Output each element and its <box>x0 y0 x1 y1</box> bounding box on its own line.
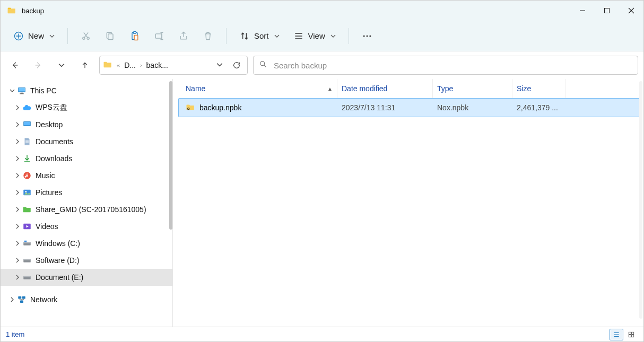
expand-icon[interactable] <box>13 105 22 110</box>
sidebar-scrollbar[interactable] <box>169 81 172 230</box>
tree-label: Network <box>30 295 57 304</box>
tree-label: Videos <box>36 222 58 231</box>
tree-item-drive-e[interactable]: Document (E:) <box>1 269 172 286</box>
expand-icon[interactable] <box>13 156 22 161</box>
vertical-scrollbar[interactable] <box>639 81 642 319</box>
expand-icon[interactable] <box>13 224 22 229</box>
view-label: View <box>308 31 325 40</box>
svg-rect-38 <box>629 335 631 337</box>
monitor-icon <box>16 85 27 96</box>
toolbar-divider <box>67 28 68 44</box>
address-dropdown[interactable] <box>213 61 226 69</box>
svg-rect-29 <box>23 276 31 279</box>
tree-label: This PC <box>30 86 57 95</box>
paste-button[interactable] <box>124 26 145 46</box>
svg-rect-27 <box>23 259 31 262</box>
search-input[interactable] <box>273 60 632 71</box>
column-header-size[interactable]: Size <box>512 79 565 98</box>
tree-item-documents[interactable]: Documents <box>1 133 172 150</box>
back-button[interactable] <box>6 56 24 74</box>
svg-rect-15 <box>19 88 25 92</box>
expand-icon[interactable] <box>13 258 22 263</box>
item-count: 1 item <box>6 330 24 338</box>
tree-item-wps[interactable]: WPS云盘 <box>1 99 172 116</box>
expand-icon[interactable] <box>13 241 22 246</box>
svg-point-2 <box>15 32 23 40</box>
expand-icon[interactable] <box>13 139 22 144</box>
drive-icon <box>22 272 32 283</box>
svg-rect-32 <box>22 296 25 299</box>
tree-item-music[interactable]: Music <box>1 167 172 184</box>
tree-label: Software (D:) <box>36 256 79 265</box>
svg-rect-9 <box>155 33 162 38</box>
address-bar[interactable]: « D... › back... <box>99 56 248 75</box>
rename-button[interactable] <box>149 26 170 46</box>
file-size: 2,461,379 ... <box>512 103 565 112</box>
column-header-row: Name ▲ Date modified Type Size <box>173 79 643 98</box>
refresh-button[interactable] <box>229 61 244 69</box>
expand-icon[interactable] <box>13 275 22 280</box>
tree-item-network[interactable]: Network <box>1 291 172 308</box>
tree-item-videos[interactable]: Videos <box>1 218 172 235</box>
up-button[interactable] <box>76 56 94 74</box>
toolbar: New Sort View <box>1 21 643 51</box>
tree-item-share[interactable]: Share_GMD (SC-201705161005) <box>1 201 172 218</box>
column-header-type[interactable]: Type <box>433 79 512 98</box>
svg-point-20 <box>23 172 31 179</box>
delete-button[interactable] <box>197 26 219 46</box>
column-header-date[interactable]: Date modified <box>337 79 433 98</box>
video-icon <box>22 221 32 232</box>
tree-item-pictures[interactable]: Pictures <box>1 184 172 201</box>
details-view-button[interactable] <box>610 329 623 340</box>
search-box[interactable] <box>253 56 638 75</box>
tree-label: Windows (C:) <box>36 239 80 248</box>
desktop-icon <box>22 119 32 130</box>
expand-icon[interactable] <box>13 207 22 212</box>
tree-label: Documents <box>36 137 73 146</box>
sort-indicator-icon: ▲ <box>327 86 333 92</box>
svg-rect-19 <box>24 122 30 126</box>
svg-rect-28 <box>23 259 31 260</box>
breadcrumb-segment[interactable]: D... <box>124 61 136 69</box>
close-button[interactable] <box>619 1 643 21</box>
svg-point-13 <box>260 62 265 66</box>
tree-item-downloads[interactable]: Downloads <box>1 150 172 167</box>
svg-rect-8 <box>134 35 138 40</box>
tree-label: Music <box>36 171 55 180</box>
svg-rect-21 <box>23 190 31 196</box>
copy-button[interactable] <box>100 26 121 46</box>
expand-icon[interactable] <box>13 122 22 127</box>
folder-icon <box>6 5 18 16</box>
forward-button[interactable] <box>29 56 47 74</box>
expand-icon[interactable] <box>13 190 22 195</box>
sort-button[interactable]: Sort <box>234 26 285 46</box>
column-header-name[interactable]: Name ▲ <box>181 79 337 98</box>
cut-button[interactable] <box>75 26 97 46</box>
collapse-icon[interactable] <box>8 88 16 93</box>
network-folder-icon <box>22 204 32 215</box>
file-row[interactable]: backup.npbk 2023/7/13 11:31 Nox.npbk 2,4… <box>178 98 640 117</box>
svg-rect-24 <box>23 242 31 245</box>
drive-icon <box>22 238 32 249</box>
expand-icon[interactable] <box>8 297 16 302</box>
maximize-button[interactable] <box>595 1 619 21</box>
tree-label: Downloads <box>36 154 72 163</box>
picture-icon <box>22 187 32 198</box>
tree-item-drive-c[interactable]: Windows (C:) <box>1 235 172 252</box>
tree-item-this-pc[interactable]: This PC <box>1 82 172 99</box>
breadcrumb-segment[interactable]: back... <box>146 61 168 69</box>
svg-point-11 <box>366 35 368 37</box>
new-button[interactable]: New <box>8 26 60 46</box>
minimize-button[interactable] <box>570 1 595 21</box>
chevron-down-icon <box>274 33 280 39</box>
tree-item-desktop[interactable]: Desktop <box>1 116 172 133</box>
thumbnails-view-button[interactable] <box>624 329 638 340</box>
svg-rect-6 <box>132 32 137 39</box>
share-button[interactable] <box>173 26 194 46</box>
recent-locations-button[interactable] <box>53 56 71 74</box>
expand-icon[interactable] <box>13 173 22 178</box>
svg-rect-26 <box>24 241 27 242</box>
more-button[interactable] <box>356 26 378 46</box>
tree-item-drive-d[interactable]: Software (D:) <box>1 252 172 269</box>
view-button[interactable]: View <box>288 26 341 46</box>
